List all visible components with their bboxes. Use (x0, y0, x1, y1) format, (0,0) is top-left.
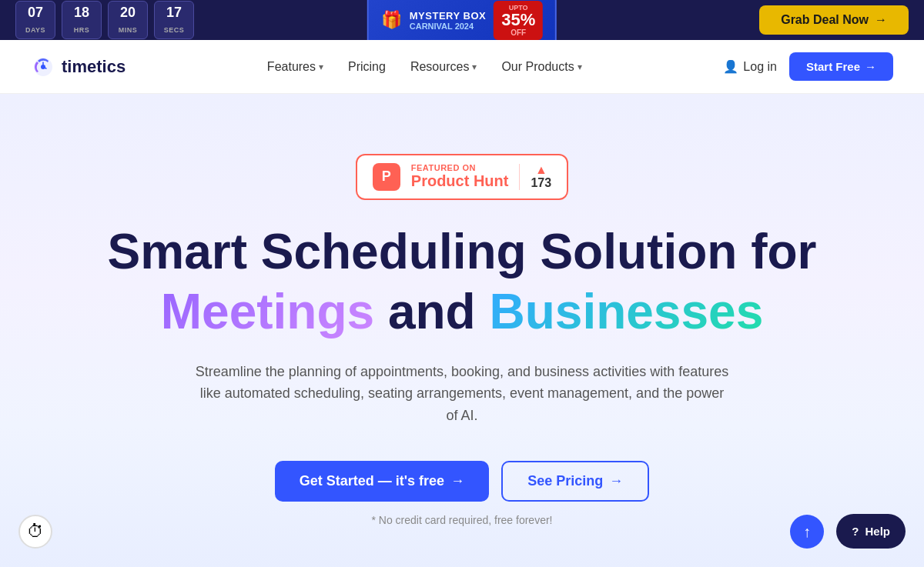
hrs-value: 18 (70, 5, 93, 22)
chevron-down-icon-3: ▾ (578, 62, 582, 72)
chevron-down-icon: ▾ (319, 62, 323, 72)
activity-icon[interactable]: ⏱ (18, 515, 52, 549)
nav-item-resources[interactable]: Resources ▾ (410, 60, 477, 74)
start-free-label: Start Free (806, 60, 860, 73)
countdown-secs: 17 SECS (154, 1, 194, 39)
help-icon: ? (852, 525, 859, 538)
mins-value: 20 (116, 5, 139, 22)
upvote-icon: ▲ (535, 164, 547, 176)
nav-item-products[interactable]: Our Products ▾ (501, 60, 581, 74)
top-banner: 07 DAYS 18 HRS 20 MINS 17 SECS 🎁 MYSTERY… (0, 0, 924, 40)
hero-heading-1: Smart Scheduling Solution for (108, 225, 817, 278)
ph-votes: ▲ 173 (519, 164, 551, 190)
hero-subtext: Streamline the planning of appointments,… (192, 361, 732, 427)
get-started-arrow: → (450, 473, 464, 489)
help-label: Help (865, 525, 890, 538)
get-started-label: Get Started — it's free (300, 473, 444, 489)
nav-products-label: Our Products (501, 60, 574, 74)
mystery-box-banner: 🎁 MYSTERY BOX CARNIVAL 2024 UPTO 35% OFF (367, 0, 557, 46)
cta-group: Get Started — it's free → See Pricing → (275, 461, 649, 502)
nav-item-features[interactable]: Features ▾ (267, 60, 323, 74)
days-label: DAYS (25, 26, 45, 34)
log-in-label: Log in (743, 60, 777, 74)
product-hunt-logo: P (373, 163, 400, 191)
and-text: and (374, 284, 489, 339)
mystery-sub: CARNIVAL 2024 (410, 22, 486, 31)
mins-label: MINS (119, 26, 138, 34)
nav-links: Features ▾ Pricing Resources ▾ Our Produ… (267, 60, 582, 74)
gift-icon: 🎁 (381, 10, 402, 30)
hrs-label: HRS (74, 26, 90, 34)
logo-text: timetics (62, 57, 126, 77)
back-top-arrow: ↑ (803, 523, 811, 541)
grab-deal-arrow: → (875, 13, 887, 27)
start-free-arrow: → (865, 60, 876, 73)
secs-label: SECS (164, 26, 185, 34)
see-pricing-button[interactable]: See Pricing → (501, 461, 649, 502)
nav-pricing-label: Pricing (348, 60, 386, 74)
ph-featured-on: FEATURED ON (411, 163, 476, 172)
logo-icon (31, 55, 55, 79)
mystery-text: MYSTERY BOX CARNIVAL 2024 (410, 10, 486, 31)
grab-deal-button[interactable]: Grab Deal Now → (759, 5, 909, 35)
hero-section: P FEATURED ON Product Hunt ▲ 173 Smart S… (0, 94, 924, 567)
days-value: 07 (24, 5, 47, 22)
log-in-button[interactable]: 👤 Log in (723, 59, 777, 74)
ph-vote-count: 173 (531, 176, 551, 190)
ph-product-hunt-name: Product Hunt (411, 172, 509, 190)
nav-item-pricing[interactable]: Pricing (348, 60, 386, 74)
discount-off: OFF (511, 28, 526, 37)
mystery-label: MYSTERY BOX (410, 10, 486, 22)
grab-deal-label: Grab Deal Now (781, 13, 869, 27)
nav-resources-label: Resources (410, 60, 469, 74)
businesses-text: Businesses (489, 284, 763, 339)
ph-text-block: FEATURED ON Product Hunt (411, 163, 509, 190)
chevron-down-icon-2: ▾ (472, 62, 477, 72)
activity-emoji: ⏱ (27, 522, 44, 542)
see-pricing-arrow: → (609, 473, 623, 489)
discount-percent: 35% (501, 12, 535, 28)
hero-heading-2: Meetings and Businesses (161, 285, 763, 339)
secs-value: 17 (162, 5, 186, 22)
countdown-days: 07 DAYS (15, 1, 55, 39)
nav-features-label: Features (267, 60, 316, 74)
back-to-top-button[interactable]: ↑ (790, 515, 824, 549)
see-pricing-label: See Pricing (527, 473, 603, 489)
get-started-button[interactable]: Get Started — it's free → (275, 461, 489, 502)
countdown: 07 DAYS 18 HRS 20 MINS 17 SECS (15, 1, 194, 39)
discount-badge: UPTO 35% OFF (494, 1, 543, 40)
start-free-button[interactable]: Start Free → (789, 52, 893, 81)
person-icon: 👤 (723, 59, 738, 74)
countdown-mins: 20 MINS (108, 1, 148, 39)
meetings-text: Meetings (161, 284, 374, 339)
mystery-box-inner: 🎁 MYSTERY BOX CARNIVAL 2024 UPTO 35% OFF (367, 0, 557, 46)
countdown-hrs: 18 HRS (62, 1, 102, 39)
logo-link[interactable]: timetics (31, 55, 126, 79)
no-cc-note: * No credit card required, free forever! (372, 514, 553, 526)
nav-actions: 👤 Log in Start Free → (723, 52, 893, 81)
product-hunt-badge[interactable]: P FEATURED ON Product Hunt ▲ 173 (356, 154, 568, 200)
navbar: timetics Features ▾ Pricing Resources ▾ … (0, 40, 924, 94)
help-button[interactable]: ? Help (836, 514, 906, 549)
